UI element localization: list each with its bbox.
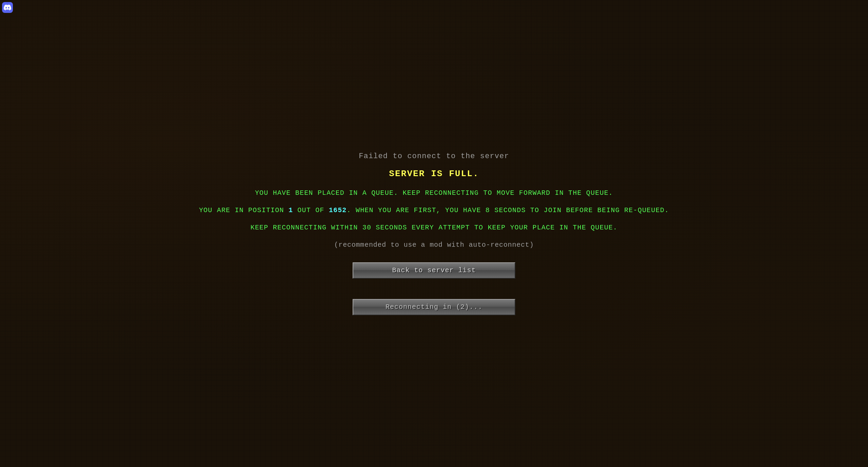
position-number: 1: [289, 206, 293, 214]
queue-message: YOU HAVE BEEN PLACED IN A QUEUE. KEEP RE…: [255, 189, 613, 197]
position-total: 1652: [329, 206, 347, 214]
back-to-server-list-button[interactable]: Back to server list: [353, 262, 515, 279]
position-middle: OUT OF: [293, 206, 329, 214]
position-message: YOU ARE IN POSITION 1 OUT OF 1652. WHEN …: [199, 206, 669, 214]
failed-to-connect-label: Failed to connect to the server: [359, 152, 509, 161]
discord-icon[interactable]: [2, 2, 13, 13]
position-suffix: . WHEN YOU ARE FIRST, YOU HAVE 8 SECONDS…: [347, 206, 669, 214]
reconnecting-button[interactable]: Reconnecting in (2)...: [353, 299, 515, 315]
reconnect-message: KEEP RECONNECTING WITHIN 30 SECONDS EVER…: [251, 224, 618, 231]
main-content: Failed to connect to the server SERVER I…: [199, 152, 669, 315]
position-prefix: YOU ARE IN POSITION: [199, 206, 289, 214]
mod-recommendation: (recommended to use a mod with auto-reco…: [334, 241, 534, 249]
server-full-label: SERVER IS FULL.: [389, 169, 479, 179]
